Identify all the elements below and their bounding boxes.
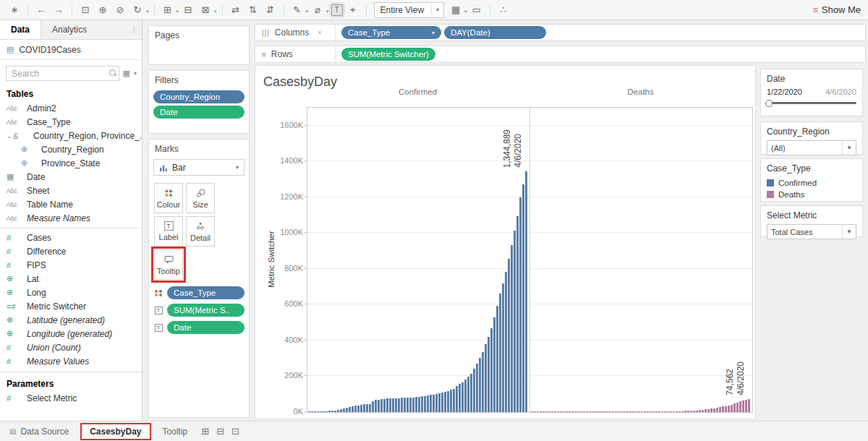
bar[interactable] [328,411,331,412]
chevron-down-icon[interactable]: ▾ [318,30,321,35]
bar[interactable] [681,411,684,412]
field-latitude-generated[interactable]: ⊕Latitude (generated) [0,313,142,327]
bar[interactable] [684,411,686,412]
bar[interactable] [670,411,672,412]
colour-button[interactable]: Colour [154,183,183,213]
refresh-icon[interactable]: ↻ [130,3,145,17]
swap-axes-icon[interactable]: ⇄ [229,3,243,17]
field-sheet[interactable]: AbcSheet [0,184,142,197]
bar[interactable] [725,406,727,412]
bar[interactable] [719,407,721,412]
pill-case-type[interactable]: Case_Type▾ [341,26,441,39]
bar[interactable] [537,411,539,412]
pages-shelf[interactable]: Pages [148,25,250,65]
bar[interactable] [609,411,611,412]
detail-button[interactable]: Detail [186,216,215,247]
fit-selector[interactable]: Entire View ▾ [374,2,445,18]
bar[interactable] [569,411,571,412]
bar[interactable] [551,411,553,412]
bar[interactable] [745,400,747,412]
tab-data[interactable]: Data [0,20,41,39]
bar[interactable] [707,409,710,412]
new-datasource-icon[interactable]: ⊕ [95,3,110,17]
bar[interactable] [748,399,750,412]
bar[interactable] [447,391,449,412]
bar[interactable] [441,393,443,412]
pill-day-date[interactable]: DAY(Date) [444,26,546,39]
select-metric-dropdown[interactable]: Total Cases ▼ [767,224,856,239]
bar[interactable] [589,411,591,412]
bar[interactable] [369,404,371,412]
tableau-logo-icon[interactable]: ∗ [7,3,22,17]
bar[interactable] [736,403,739,412]
bar[interactable] [357,406,359,412]
country-region-dropdown[interactable]: (All) ▼ [767,140,856,155]
bar[interactable] [331,411,333,412]
bar[interactable] [655,411,658,412]
bar[interactable] [624,411,626,412]
bar[interactable] [542,411,545,412]
bar[interactable] [493,317,495,412]
bar[interactable] [606,411,608,412]
chevron-down-icon[interactable]: ▾ [236,164,239,171]
bar[interactable] [545,411,548,412]
field-lat[interactable]: ⊕Lat [0,272,142,286]
bar[interactable] [516,216,519,412]
bar[interactable] [635,411,637,412]
bar[interactable] [652,411,655,412]
bar[interactable] [450,390,452,412]
pill-case-type[interactable]: Case_Type [167,286,244,299]
columns-shelf[interactable]: ||| Columns ▾ Case_Type▾DAY(Date) [255,24,866,41]
new-worksheet-tab-icon[interactable]: ⊞ [201,426,209,437]
bar[interactable] [375,400,377,412]
bar[interactable] [710,408,712,412]
tooltip-button[interactable]: Tooltip [154,249,183,280]
bar[interactable] [392,398,394,412]
clear-sheet-icon[interactable]: ⊠ [198,3,213,17]
presentation-mode-icon[interactable]: ▭ [469,3,484,17]
bar[interactable] [476,364,478,412]
bar[interactable] [673,411,675,412]
bar[interactable] [354,406,357,412]
duplicate-sheet-icon[interactable]: ⊟ [181,3,195,17]
bar[interactable] [311,411,313,412]
save-icon[interactable]: ⊡ [78,3,93,17]
bar[interactable] [482,352,484,412]
bar[interactable] [343,408,345,412]
field-long[interactable]: ⊕Long [0,286,142,299]
bar[interactable] [713,408,715,412]
bar[interactable] [661,411,663,412]
sheet-tab-casesbyday[interactable]: CasesbyDay [80,423,150,440]
new-dashboard-tab-icon[interactable]: ⊟ [216,426,224,437]
data-source-row[interactable]: ▤ COVID19Cases [0,40,142,60]
pill-sum-metric-switcher[interactable]: SUM(Metric Switcher) [341,48,435,61]
bar[interactable] [603,411,605,412]
bar[interactable] [352,406,354,412]
bar[interactable] [626,411,629,412]
bar[interactable] [733,403,736,412]
share-icon[interactable]: ∴ [496,3,511,17]
new-story-tab-icon[interactable]: ⊡ [231,426,239,437]
bar[interactable] [728,406,730,412]
field-longitude-generated[interactable]: ⊕Longitude (generated) [0,327,142,341]
bar[interactable] [742,401,744,412]
bar[interactable] [453,389,455,412]
bar[interactable] [511,245,513,412]
filters-shelf[interactable]: Filters Country_RegionDate [148,70,250,134]
pill-date[interactable]: Date [167,321,244,334]
view-as-list-icon[interactable]: ▦ [123,69,130,78]
bar[interactable] [557,411,559,412]
bar[interactable] [461,382,464,412]
bar[interactable] [586,411,588,412]
bar[interactable] [378,400,380,412]
sort-ascending-icon[interactable]: ⇅ [246,3,260,17]
bar[interactable] [687,411,689,412]
bar[interactable] [499,294,501,412]
tab-analytics[interactable]: Analytics [41,20,98,39]
bar[interactable] [415,397,417,412]
bar[interactable] [456,386,458,412]
pill-date[interactable]: Date [153,106,244,119]
dropdown-caret-icon[interactable]: ▾ [464,9,467,14]
bar[interactable] [502,283,504,412]
fix-axes-icon[interactable]: ⌖ [346,3,360,17]
